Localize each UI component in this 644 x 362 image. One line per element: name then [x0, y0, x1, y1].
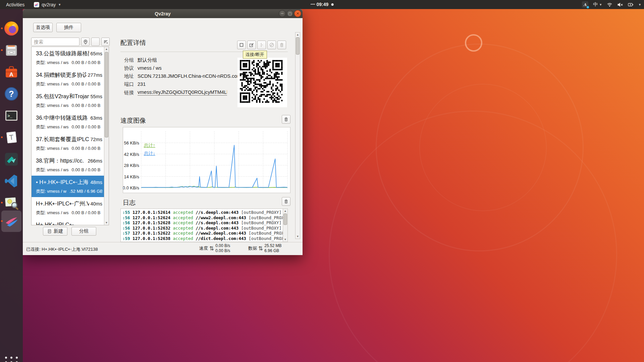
- scroll-up-arrow[interactable]: ▲: [296, 33, 300, 37]
- field-address: 地址 SCDN.72138.JMOFLH.China-nCDN-nRDS.com: [124, 72, 235, 80]
- scroll-thumb[interactable]: [283, 214, 287, 225]
- maximize-button[interactable]: ▢: [286, 10, 293, 17]
- field-label: 分组: [124, 57, 134, 63]
- volume-muted-icon: [617, 2, 623, 7]
- legend-item[interactable]: 总计↑: [144, 143, 155, 148]
- clock-label: 一 09:49: [311, 2, 329, 8]
- server-latency: 63ms: [91, 115, 102, 121]
- dock-item-vscode[interactable]: [3, 173, 19, 189]
- main-panel-scrollbar[interactable]: ▲ ▼: [295, 32, 300, 239]
- server-list-item[interactable]: • H+.HK⇠IPLC⇠上海48ms类型: vmess / w.52 MB /…: [32, 176, 104, 197]
- app-menu[interactable]: qv2ray ▼: [31, 0, 64, 9]
- clear-graph-button[interactable]: [282, 115, 290, 124]
- field-label: 端口: [124, 81, 134, 87]
- dock-item-files[interactable]: [3, 42, 19, 58]
- field-label: 协议: [124, 65, 134, 71]
- dock-item-dev-tool[interactable]: [3, 151, 19, 167]
- search-input[interactable]: [31, 38, 79, 46]
- group-button[interactable]: 分组: [71, 227, 96, 236]
- clear-log-button[interactable]: [282, 197, 290, 206]
- dock-item-help[interactable]: ?: [3, 86, 19, 102]
- dock-item-screenshot[interactable]: [3, 195, 19, 211]
- chevron-down-icon: ▼: [58, 3, 61, 6]
- dock-item-text-editor[interactable]: T: [3, 129, 19, 145]
- server-list-item[interactable]: 36.中继中转隧道线路63ms类型: vmess / ws0.00 B / 0.…: [32, 111, 104, 133]
- activities-button[interactable]: Activities: [0, 0, 31, 9]
- new-config-button[interactable]: 新建: [43, 227, 67, 236]
- dev-tool-icon: [3, 151, 19, 167]
- config-fields: 分组 默认分组 协议 vmess / ws 地址 SCDN.72138.JMOF…: [124, 56, 235, 97]
- window-titlebar[interactable]: Qv2ray ─ ▢ ✕: [23, 9, 303, 18]
- latency-test-button[interactable]: [81, 38, 90, 46]
- server-meta: 类型: vmess / ws0.00 B / 0.00 B: [36, 60, 102, 66]
- plugins-button[interactable]: 插件: [56, 23, 81, 32]
- server-list-item[interactable]: H+.HK⇠IPLC⇠广州.V40ms类型: vmess / ws0.00 B …: [32, 197, 104, 219]
- new-config-label: 新建: [54, 228, 63, 234]
- speed-down-value: 0.00 B/s: [215, 248, 230, 253]
- scroll-down-arrow[interactable]: ▼: [283, 237, 287, 242]
- field-value: SCDN.72138.JMOFLH.China-nCDN-nRDS.com: [138, 73, 241, 79]
- server-list-scrollbar[interactable]: ▲ ▼: [104, 47, 109, 225]
- scroll-down-arrow[interactable]: ▼: [104, 221, 109, 225]
- server-list-item[interactable]: 38.官网：https://cc.266ms类型: vmess / ws0.00…: [32, 154, 104, 176]
- speed-up-value: 0.00 B/s: [215, 243, 230, 248]
- battery-icon: [628, 2, 634, 7]
- text-editor-icon: T: [3, 129, 19, 145]
- ubuntu-dock: A ? >_ T: [0, 9, 23, 362]
- ime-indicator-icon[interactable]: A: [582, 1, 588, 8]
- legend-item[interactable]: 总计↓: [144, 151, 155, 156]
- log-scrollbar[interactable]: ▲ ▼: [283, 209, 287, 242]
- minimize-button[interactable]: ─: [279, 10, 286, 17]
- close-button[interactable]: ✕: [294, 10, 301, 17]
- system-tray[interactable]: A 中 ▼ ▼: [582, 0, 641, 9]
- show-applications-button[interactable]: [5, 356, 18, 362]
- server-name: 36.中继中转隧道线路: [36, 114, 89, 122]
- share-link-input[interactable]: vmess://eyJhZGQiOiJTQ0ROLjcyMTM4LkpNT0ZM…: [138, 89, 227, 96]
- trash-icon: [283, 117, 289, 122]
- log-box[interactable]: :55 127.0.0.1:52614 accepted //s.deepl.c…: [120, 208, 288, 242]
- blank-tool-button[interactable]: [91, 38, 100, 46]
- server-list-item[interactable]: 37.长期套餐覆盖IPLC72ms类型: vmess / ws0.00 B / …: [32, 133, 104, 154]
- server-list-item[interactable]: H+.HK⇠IPLC⇠: [32, 219, 104, 225]
- server-latency: 277ms: [88, 72, 102, 78]
- clear-usage-button[interactable]: [267, 41, 276, 49]
- input-language-label: 中: [593, 2, 598, 8]
- preferences-button[interactable]: 首选项: [33, 23, 53, 32]
- scroll-thumb[interactable]: [105, 52, 108, 137]
- server-list-item[interactable]: 33.公益等级線路嚴格防65ms类型: vmess / ws0.00 B / 0…: [32, 47, 104, 68]
- sort-button[interactable]: [101, 38, 110, 46]
- input-language-menu[interactable]: 中 ▼: [593, 2, 602, 8]
- qv2ray-icon: [3, 213, 19, 229]
- wallpaper-circle: [419, 84, 547, 211]
- svg-text:A: A: [9, 71, 13, 78]
- help-icon: ?: [3, 86, 19, 102]
- edit-json-button[interactable]: [257, 41, 266, 49]
- screenshot-tool-icon: [3, 195, 19, 211]
- log-title: 日志: [123, 198, 136, 207]
- dock-item-ubuntu-software[interactable]: A: [3, 64, 19, 80]
- server-list-item[interactable]: 35.包括V2ray和Trojan55ms类型: vmess / ws0.00 …: [32, 90, 104, 111]
- svg-text:42 KB/s: 42 KB/s: [124, 152, 139, 157]
- server-meta: 类型: vmess / ws0.00 B / 0.00 B: [36, 167, 102, 173]
- scroll-thumb[interactable]: [296, 37, 300, 55]
- edit-config-button[interactable]: [247, 41, 256, 49]
- dock-item-qv2ray[interactable]: [3, 213, 19, 229]
- data-up-value: 25.52 MB: [264, 243, 281, 248]
- dock-item-firefox[interactable]: [3, 20, 19, 37]
- scroll-up-arrow[interactable]: ▲: [283, 209, 287, 213]
- connect-disconnect-button[interactable]: [237, 41, 246, 49]
- log-line: :56 127.0.0.1:52624 accepted //www2.deep…: [122, 215, 282, 221]
- delete-config-button[interactable]: [277, 41, 286, 49]
- dock-item-terminal[interactable]: >_: [3, 108, 19, 124]
- field-value: 231: [138, 81, 146, 87]
- clock[interactable]: 一 09:49: [311, 2, 334, 8]
- scroll-down-arrow[interactable]: ▼: [296, 234, 300, 239]
- field-value: vmess / ws: [138, 65, 162, 71]
- data-status: 数据 ⇅ 25.52 MB 6.96 GB: [248, 243, 282, 253]
- scroll-up-arrow[interactable]: ▲: [104, 47, 109, 51]
- data-down-value: 6.96 GB: [264, 248, 281, 253]
- server-latency: 72ms: [91, 137, 102, 142]
- software-store-icon: A: [3, 64, 19, 80]
- config-details-title: 配置详情: [120, 39, 146, 47]
- server-list-item[interactable]: 34.捐赠解锁更多协议277ms类型: vmess / ws0.00 B / 0…: [32, 68, 104, 90]
